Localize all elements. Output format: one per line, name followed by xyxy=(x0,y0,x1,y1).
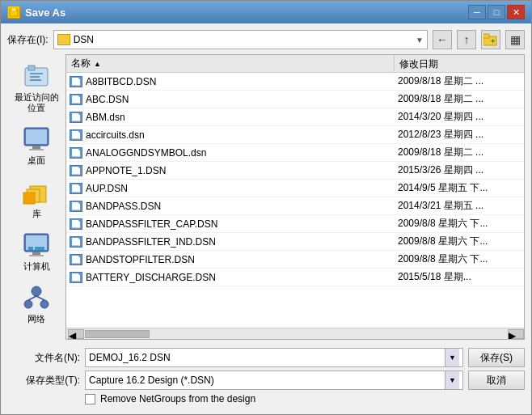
filetype-dropdown-arrow[interactable]: ▼ xyxy=(445,371,459,389)
file-icon xyxy=(70,76,82,87)
sidebar-item-network[interactable]: 网络 xyxy=(11,279,62,328)
file-name-text: BANDPASS.DSN xyxy=(86,201,161,212)
file-icon xyxy=(70,272,82,283)
sidebar-recent-label: 最近访问的位置 xyxy=(13,92,60,113)
maximize-button[interactable]: □ xyxy=(488,5,505,19)
table-row[interactable]: AUP.DSN2014/9/5 星期五 下... xyxy=(66,180,524,197)
back-button[interactable]: ← xyxy=(433,30,452,49)
title-bar: Save As ─ □ ✕ xyxy=(1,1,531,23)
location-bar: 保存在(I): DSN ▼ ← ↑ + ▦ xyxy=(7,30,525,49)
sidebar-computer-label: 计算机 xyxy=(23,261,50,272)
location-dropdown[interactable]: DSN ▼ xyxy=(53,30,428,49)
filename-row: 文件名(N): DEMOJ_16.2 DSN ▼ 保存(S) xyxy=(7,348,525,367)
file-name-cell: ANALOGGNDSYMBOL.dsn xyxy=(66,147,395,159)
cancel-button[interactable]: 取消 xyxy=(468,371,525,390)
scroll-thumb[interactable] xyxy=(85,330,150,338)
file-date-cell: 2014/3/20 星期四 ... xyxy=(395,110,524,124)
save-button[interactable]: 保存(S) xyxy=(468,348,525,367)
file-name-cell: BANDPASS.DSN xyxy=(66,201,395,212)
table-row[interactable]: BANDPASSFILTER_CAP.DSN2009/8/8 星期六 下... xyxy=(66,215,524,233)
dialog-body: 保存在(I): DSN ▼ ← ↑ + ▦ xyxy=(1,23,531,414)
remove-netgroups-checkbox[interactable] xyxy=(85,394,95,404)
svg-rect-1 xyxy=(11,8,16,11)
svg-rect-7 xyxy=(30,73,43,74)
svg-rect-8 xyxy=(30,76,40,78)
table-row[interactable]: BANDPASSFILTER_IND.DSN2009/8/8 星期六 下... xyxy=(66,233,524,251)
file-name-text: AUP.DSN xyxy=(86,183,128,194)
col-name-header[interactable]: 名称 ▲ xyxy=(66,55,395,72)
file-icon xyxy=(70,201,82,212)
file-icon xyxy=(70,254,82,265)
file-list-area: 名称 ▲ 修改日期 A8BITBCD.DSN2009/8/18 星期二 ...A… xyxy=(65,54,525,340)
file-icon xyxy=(70,183,82,194)
scroll-left-btn[interactable]: ◀ xyxy=(68,329,84,339)
sidebar-item-desktop[interactable]: 桌面 xyxy=(11,121,62,170)
file-name-cell: ABC.DSN xyxy=(66,94,395,105)
up-button[interactable]: ↑ xyxy=(457,30,476,49)
filetype-dropdown[interactable]: Capture 16.2 Design (*.DSN) ▼ xyxy=(85,371,463,390)
table-row[interactable]: A8BITBCD.DSN2009/8/18 星期二 ... xyxy=(66,73,524,91)
table-row[interactable]: ANALOGGNDSYMBOL.dsn2009/8/18 星期二 ... xyxy=(66,144,524,162)
horizontal-scrollbar[interactable]: ◀ ▶ xyxy=(66,328,524,339)
sidebar-item-computer[interactable]: 计算机 xyxy=(11,227,62,276)
file-name-text: ANALOGGNDSYMBOL.dsn xyxy=(86,147,206,159)
svg-rect-9 xyxy=(30,79,41,81)
file-icon xyxy=(70,94,82,105)
file-icon xyxy=(70,129,82,141)
location-label: 保存在(I): xyxy=(7,33,49,47)
svg-rect-6 xyxy=(28,66,35,70)
file-icon xyxy=(70,147,82,159)
sidebar-library-label: 库 xyxy=(32,209,41,219)
table-row[interactable]: accircuits.dsn2012/8/23 星期四 ... xyxy=(66,126,524,144)
svg-line-26 xyxy=(28,296,36,300)
new-folder-button[interactable]: + xyxy=(481,30,500,49)
filename-label: 文件名(N): xyxy=(7,351,80,365)
file-date-cell: 2009/8/18 星期二 ... xyxy=(395,146,524,159)
folder-icon xyxy=(57,34,70,45)
file-icon xyxy=(70,165,82,176)
file-name-cell: BATTERY_DISCHARGE.DSN xyxy=(66,272,395,283)
file-date-cell: 2009/8/18 星期二 ... xyxy=(395,74,524,88)
table-row[interactable]: BATTERY_DISCHARGE.DSN2015/5/18 星期... xyxy=(66,269,524,286)
file-icon xyxy=(70,236,82,248)
file-icon xyxy=(70,112,82,123)
file-date-cell: 2009/8/8 星期六 下... xyxy=(395,252,524,266)
file-name-text: accircuits.dsn xyxy=(86,129,145,141)
file-name-text: A8BITBCD.DSN xyxy=(86,76,156,87)
minimize-button[interactable]: ─ xyxy=(468,5,486,19)
table-row[interactable]: ABC.DSN2009/8/18 星期二 ... xyxy=(66,91,524,108)
scroll-right-btn[interactable]: ▶ xyxy=(508,329,524,339)
table-row[interactable]: APPNOTE_1.DSN2015/3/26 星期四 ... xyxy=(66,162,524,180)
title-bar-icon xyxy=(7,6,20,19)
scroll-track[interactable] xyxy=(84,329,508,339)
file-name-cell: AUP.DSN xyxy=(66,183,395,194)
file-date-cell: 2014/9/5 星期五 下... xyxy=(395,181,524,195)
file-name-cell: ABM.dsn xyxy=(66,112,395,123)
sidebar-item-library[interactable]: 库 xyxy=(11,174,62,223)
col-date-header[interactable]: 修改日期 xyxy=(395,55,524,72)
file-name-text: ABC.DSN xyxy=(86,94,129,105)
file-name-cell: BANDPASSFILTER_CAP.DSN xyxy=(66,218,395,230)
file-name-cell: A8BITBCD.DSN xyxy=(66,76,395,87)
file-date-cell: 2009/8/8 星期六 下... xyxy=(395,217,524,231)
svg-rect-20 xyxy=(29,255,44,256)
file-date-cell: 2015/3/26 星期四 ... xyxy=(395,163,524,177)
view-button[interactable]: ▦ xyxy=(505,30,525,49)
filename-dropdown[interactable]: DEMOJ_16.2 DSN ▼ xyxy=(85,348,463,367)
table-row[interactable]: BANDPASS.DSN2014/3/21 星期五 ... xyxy=(66,197,524,215)
network-icon xyxy=(22,283,51,312)
filename-dropdown-arrow[interactable]: ▼ xyxy=(445,349,459,366)
sidebar-item-recent[interactable]: 最近访问的位置 xyxy=(11,57,62,117)
table-row[interactable]: ABM.dsn2014/3/20 星期四 ... xyxy=(66,108,524,126)
svg-rect-11 xyxy=(26,129,47,144)
file-name-text: APPNOTE_1.DSN xyxy=(86,165,166,176)
svg-rect-16 xyxy=(23,193,35,204)
file-date-cell: 2015/5/18 星期... xyxy=(395,270,524,284)
computer-icon xyxy=(22,231,51,260)
file-list[interactable]: A8BITBCD.DSN2009/8/18 星期二 ...ABC.DSN2009… xyxy=(66,73,524,328)
title-bar-title: Save As xyxy=(25,6,468,19)
table-row[interactable]: BANDSTOPFILTER.DSN2009/8/8 星期六 下... xyxy=(66,251,524,269)
file-date-cell: 2012/8/23 星期四 ... xyxy=(395,128,524,142)
close-button[interactable]: ✕ xyxy=(507,5,525,19)
sidebar-network-label: 网络 xyxy=(27,314,45,324)
